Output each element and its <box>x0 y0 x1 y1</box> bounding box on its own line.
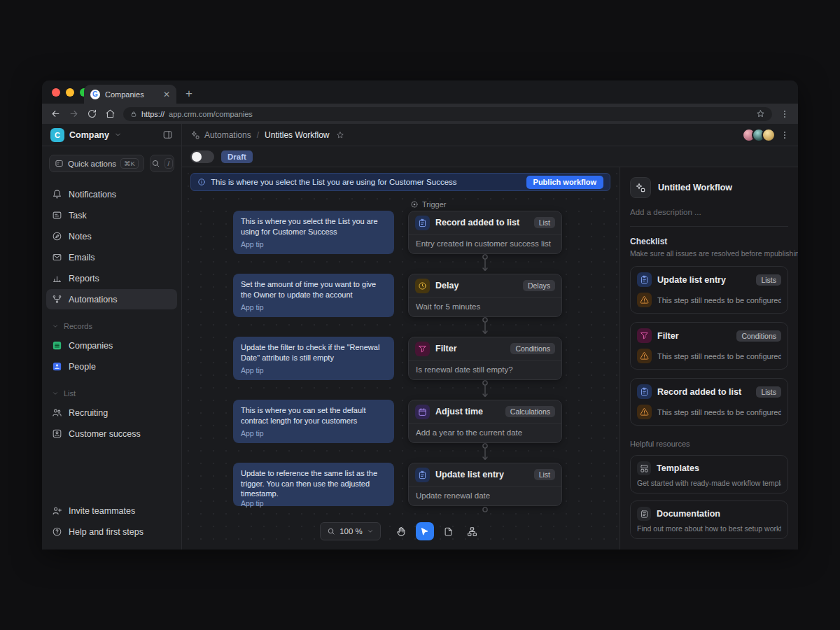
resource-subtitle: Get started with ready-made workflow tem… <box>637 479 781 487</box>
sidebar-item-label: Notifications <box>69 190 116 200</box>
workflow-spark-icon <box>630 177 651 198</box>
reload-icon[interactable] <box>87 108 97 119</box>
breadcrumb: Automations / Untitles Workflow <box>182 124 798 146</box>
select-tool-button[interactable] <box>416 522 434 540</box>
sidebar-item-notifications[interactable]: Notifications <box>46 184 177 204</box>
node-subtitle: Update renewal date <box>409 486 561 505</box>
funnel-icon <box>637 328 652 343</box>
url-scheme: https:// <box>141 110 164 118</box>
sidebar-footer: Invite teammates Help and first steps <box>42 500 181 550</box>
bar-chart-icon <box>52 273 62 284</box>
publish-toggle[interactable] <box>190 150 214 163</box>
sidebar-item-task[interactable]: Task <box>46 205 177 225</box>
screen: G Companies ✕ + https://app.crm.com/comp… <box>0 0 840 630</box>
checklist-item-record-added[interactable]: Record added to list Lists This step sti… <box>630 378 788 426</box>
node-badge: List <box>534 469 555 480</box>
sidebar-item-automations[interactable]: Automations <box>46 289 177 309</box>
chevron-down-icon <box>52 323 59 330</box>
workflow-title[interactable]: Untitled Workflow <box>658 183 732 192</box>
node-delay[interactable]: DelayDelays Wait for 5 minutes <box>408 274 562 317</box>
tab-favicon-icon: G <box>90 90 100 99</box>
publish-workflow-button[interactable]: Publich workflow <box>526 176 603 189</box>
workspace-avatar: C <box>50 128 64 142</box>
tab-close-icon[interactable]: ✕ <box>163 90 170 99</box>
workspace-switcher[interactable]: C Company <box>42 124 181 146</box>
sidebar-item-notes[interactable]: Notes <box>46 226 177 246</box>
resources-label: Helpful resources <box>630 440 788 448</box>
node-update-list-entry[interactable]: Update list entryList Update renewal dat… <box>408 463 562 506</box>
checklist-title: Checklist <box>630 237 788 246</box>
checklist-item-warning: This step still needs to be configured <box>657 352 781 360</box>
node-filter[interactable]: FilterConditions Is renewal date still e… <box>408 337 562 380</box>
chevron-down-icon <box>367 528 374 535</box>
quick-actions-button[interactable]: Quick actions ⌘K <box>49 155 144 172</box>
search-button[interactable]: / <box>150 155 174 172</box>
tip-text: This is where you select the List you ar… <box>241 216 386 237</box>
home-icon[interactable] <box>105 108 115 119</box>
new-tab-button[interactable]: + <box>186 87 192 101</box>
app-tip-card: This is where you select the List you ar… <box>233 211 394 254</box>
hierarchy-tool-button[interactable] <box>463 522 482 540</box>
warning-triangle-icon <box>637 293 652 307</box>
node-record-added-to-list[interactable]: Record added to listList Entry created i… <box>408 211 562 254</box>
breadcrumb-section[interactable]: Automations <box>204 130 251 140</box>
zoom-control[interactable]: 100 % <box>320 522 381 540</box>
page-tool-button[interactable] <box>440 522 458 540</box>
workflow-canvas[interactable]: This is where you select the List you ar… <box>182 167 620 550</box>
browser-tab[interactable]: G Companies ✕ <box>84 85 176 104</box>
funnel-icon <box>415 342 430 356</box>
more-options-icon[interactable] <box>780 130 790 140</box>
description-placeholder[interactable]: Add a description ... <box>630 208 788 216</box>
help-button[interactable]: Help and first steps <box>46 522 177 542</box>
minimize-window-button[interactable] <box>66 88 74 97</box>
checklist-item-warning: This step still needs to be configured <box>657 296 781 304</box>
info-banner: This is where you select the List you ar… <box>190 173 610 191</box>
templates-icon <box>637 461 651 475</box>
favorite-star-icon[interactable] <box>336 131 344 139</box>
address-bar[interactable]: https://app.crm.com/companies <box>123 107 772 121</box>
sidebar-item-people[interactable]: People <box>46 356 177 377</box>
collapse-sidebar-icon[interactable] <box>162 130 173 140</box>
sidebar-item-label: Recruiting <box>69 408 108 418</box>
sidebar-item-label: Automations <box>69 295 117 304</box>
pan-tool-button[interactable] <box>392 522 410 540</box>
node-badge: List <box>534 217 555 228</box>
sidebar-item-recruiting[interactable]: Recruiting <box>46 402 177 423</box>
bookmark-star-icon[interactable] <box>756 109 765 118</box>
browser-window: G Companies ✕ + https://app.crm.com/comp… <box>42 80 798 550</box>
sidebar-item-label: Notes <box>69 232 92 241</box>
node-adjust-time[interactable]: Adjust timeCalculations Add a year to th… <box>408 400 562 443</box>
records-section-header[interactable]: Records <box>42 318 181 335</box>
resource-documentation[interactable]: Documentation Find out more about how to… <box>630 500 788 539</box>
node-badge: Conditions <box>510 343 555 354</box>
list-section-header[interactable]: List <box>42 385 181 402</box>
browser-menu-icon[interactable] <box>780 109 790 119</box>
checklist-item-badge: Lists <box>756 274 781 286</box>
node-title: Adjust time <box>435 407 500 416</box>
breadcrumb-page-title[interactable]: Untitles Workflow <box>265 130 329 140</box>
collaborator-avatars <box>746 128 776 142</box>
resource-title: Templates <box>657 463 699 473</box>
sidebar-item-label: Companies <box>69 341 113 351</box>
checklist-item-filter[interactable]: Filter Conditions This step still needs … <box>630 322 788 370</box>
tip-label: App tip <box>241 499 386 507</box>
invite-teammates-button[interactable]: Invite teammates <box>46 500 177 521</box>
sidebar-item-label: Help and first steps <box>69 527 144 537</box>
sidebar-item-reports[interactable]: Reports <box>46 268 177 288</box>
forward-icon[interactable] <box>69 108 79 119</box>
close-window-button[interactable] <box>52 88 60 97</box>
search-shortcut: / <box>164 158 174 169</box>
sidebar-item-emails[interactable]: Emails <box>46 247 177 267</box>
avatar[interactable] <box>762 128 776 142</box>
tab-title: Companies <box>105 90 158 99</box>
trigger-text: Trigger <box>422 200 446 209</box>
draft-status-badge: Draft <box>221 150 253 163</box>
divider <box>630 226 788 227</box>
recruiting-icon <box>52 407 62 418</box>
checklist-item-update-list-entry[interactable]: Update list entry Lists This step still … <box>630 266 788 314</box>
back-icon[interactable] <box>50 108 61 119</box>
resource-templates[interactable]: Templates Get started with ready-made wo… <box>630 455 788 493</box>
sidebar-item-companies[interactable]: Companies <box>46 335 177 356</box>
sidebar-item-customer-success[interactable]: Customer success <box>46 424 177 444</box>
tip-label: App tip <box>241 366 386 374</box>
